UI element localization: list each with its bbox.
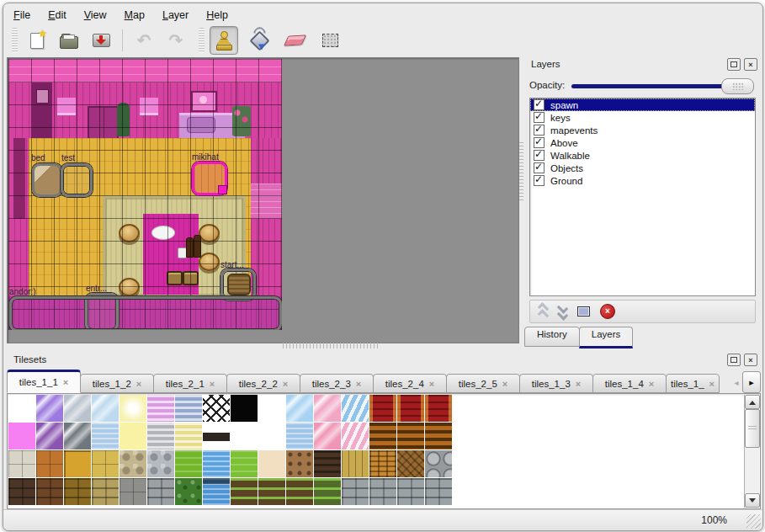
tile[interactable]: [369, 450, 397, 478]
tab-close-icon[interactable]: ×: [429, 379, 434, 389]
menu-item-help[interactable]: Help: [205, 8, 230, 23]
tile[interactable]: [36, 395, 64, 423]
lower-layer-button[interactable]: [558, 305, 567, 318]
layer-row-Above[interactable]: ✓Above: [530, 136, 755, 149]
tile[interactable]: [147, 395, 175, 423]
new-file-button[interactable]: ★: [23, 26, 51, 55]
layer-row-keys[interactable]: ✓keys: [530, 111, 755, 124]
tile[interactable]: [425, 450, 453, 478]
tileset-scrollbar[interactable]: [744, 395, 759, 508]
float-icon[interactable]: [727, 354, 741, 366]
eraser-button[interactable]: [280, 26, 309, 55]
tile[interactable]: [425, 423, 453, 450]
bucket-fill-button[interactable]: [245, 26, 274, 55]
scroll-down-icon[interactable]: [745, 493, 760, 508]
map-object-andor[interactable]: [9, 296, 282, 330]
object-resize-handle[interactable]: [218, 185, 227, 194]
rect-select-button[interactable]: [316, 26, 344, 55]
tile[interactable]: [175, 423, 203, 450]
tab-close-icon[interactable]: ×: [210, 379, 215, 389]
tile[interactable]: [231, 450, 258, 478]
tile[interactable]: [231, 423, 258, 450]
layer-visibility-checkbox[interactable]: ✓: [534, 175, 545, 186]
tile[interactable]: [203, 478, 231, 506]
tile[interactable]: [397, 423, 425, 450]
tile[interactable]: [36, 423, 64, 450]
layer-visibility-checkbox[interactable]: ✓: [534, 162, 545, 173]
toolbar-grip[interactable]: [12, 28, 18, 53]
toolbar-grip[interactable]: [199, 28, 205, 53]
menu-item-view[interactable]: View: [82, 8, 109, 23]
scrollbar-thumb[interactable]: [745, 409, 760, 448]
vertical-splitter-handle[interactable]: [519, 142, 523, 201]
tile[interactable]: [175, 450, 203, 478]
tab-layers[interactable]: Layers: [579, 327, 634, 348]
tile[interactable]: [92, 395, 120, 423]
layer-visibility-checkbox[interactable]: ✓: [534, 112, 545, 123]
tile[interactable]: [120, 450, 147, 478]
duplicate-layer-button[interactable]: [577, 306, 590, 317]
tile[interactable]: [397, 478, 425, 506]
tileset-tab-tiles_1_1[interactable]: tiles_1_1×: [7, 370, 81, 393]
stamp-tool-button[interactable]: [210, 26, 238, 55]
tileset-tab-tiles_2_5[interactable]: tiles_2_5×: [446, 374, 520, 393]
tab-history[interactable]: History: [524, 327, 580, 347]
horizontal-splitter-handle[interactable]: [283, 343, 380, 348]
tile[interactable]: [120, 423, 147, 450]
undo-button[interactable]: ↶: [130, 26, 158, 55]
tab-close-icon[interactable]: ×: [649, 379, 654, 389]
tile[interactable]: [203, 395, 231, 423]
tile[interactable]: [314, 478, 342, 506]
layer-row-spawn[interactable]: ✓spawn: [530, 98, 755, 111]
tile[interactable]: [258, 423, 286, 450]
opacity-slider-handle[interactable]: [721, 78, 754, 94]
tile[interactable]: [369, 478, 397, 506]
map-canvas[interactable]: bed test mikihat start... entr... andor:…: [8, 59, 282, 330]
layer-row-Objects[interactable]: ✓Objects: [530, 162, 755, 174]
tile[interactable]: [286, 395, 314, 423]
tile[interactable]: [203, 423, 231, 450]
save-file-button[interactable]: [87, 26, 115, 55]
tile[interactable]: [64, 450, 92, 478]
tab-close-icon[interactable]: ×: [576, 379, 581, 389]
tile[interactable]: [342, 423, 369, 450]
layer-row-Ground[interactable]: ✓Ground: [530, 174, 755, 187]
layer-visibility-checkbox[interactable]: ✓: [534, 125, 545, 136]
tile[interactable]: [369, 395, 397, 423]
layer-row-mapevents[interactable]: ✓mapevents: [530, 124, 755, 136]
tab-close-icon[interactable]: ×: [502, 379, 507, 389]
opacity-slider[interactable]: [571, 77, 754, 94]
tile[interactable]: [120, 395, 147, 423]
layer-visibility-checkbox[interactable]: ✓: [534, 137, 545, 148]
tile[interactable]: [64, 423, 92, 450]
map-object-test[interactable]: [61, 163, 93, 197]
tile[interactable]: [258, 478, 286, 506]
tile[interactable]: [342, 395, 369, 423]
tileset-tab-tiles_2_4[interactable]: tiles_2_4×: [373, 374, 447, 393]
tile[interactable]: [8, 478, 36, 506]
tab-close-icon[interactable]: ×: [709, 379, 715, 389]
tile[interactable]: [120, 478, 147, 506]
tileset-tab-tiles_2_1[interactable]: tiles_2_1×: [153, 374, 227, 393]
tileset-tab-tiles_2_2[interactable]: tiles_2_2×: [226, 374, 300, 393]
raise-layer-button[interactable]: [539, 305, 548, 318]
tile[interactable]: [342, 450, 369, 478]
tile[interactable]: [286, 478, 314, 506]
tab-close-icon[interactable]: ×: [283, 379, 288, 389]
tab-scroll-right-icon[interactable]: ▸: [742, 371, 761, 393]
tile[interactable]: [314, 395, 342, 423]
tile[interactable]: [36, 450, 64, 478]
tile[interactable]: [147, 450, 175, 478]
tile[interactable]: [286, 450, 314, 478]
tab-scroll-left-icon[interactable]: ◂: [730, 372, 742, 392]
menu-item-layer[interactable]: Layer: [161, 8, 190, 23]
tileset-tab-tiles_1_2[interactable]: tiles_1_2×: [80, 374, 154, 393]
tile[interactable]: [8, 395, 36, 423]
tile[interactable]: [397, 395, 425, 423]
tab-close-icon[interactable]: ×: [63, 377, 68, 387]
tile[interactable]: [64, 395, 92, 423]
menu-item-file[interactable]: File: [12, 8, 32, 23]
tile[interactable]: [175, 395, 203, 423]
tile[interactable]: [258, 395, 286, 423]
tab-close-icon[interactable]: ×: [356, 379, 361, 389]
